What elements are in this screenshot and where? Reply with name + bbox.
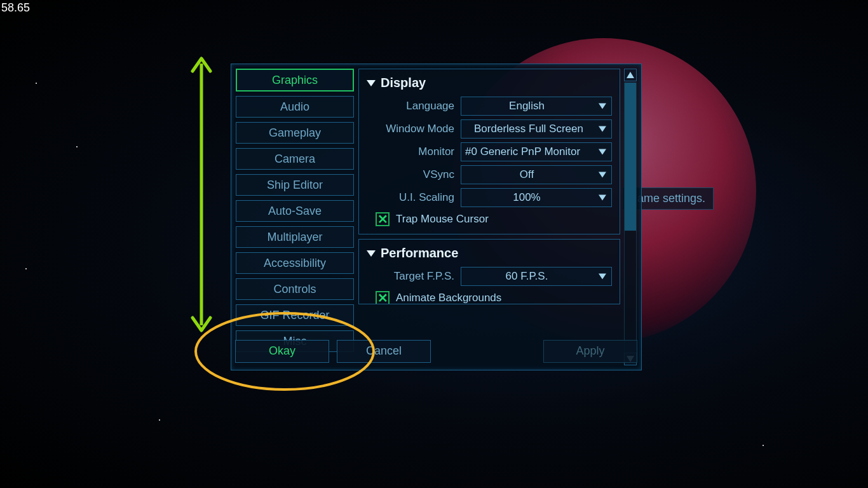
label-animate-bg: Animate Backgrounds [396,292,501,304]
checkbox-animate-bg[interactable]: ✕ [376,291,390,304]
section-display-title: Display [381,76,426,90]
triangle-down-icon [367,80,376,86]
section-display: Display Language English Window Mode Bor… [358,69,620,234]
row-language: Language English [367,97,612,116]
tab-gif-recorder[interactable]: GIF Recorder [236,304,354,326]
star [36,83,37,84]
select-ui-scaling[interactable]: 100% [461,188,612,207]
tab-ship-editor[interactable]: Ship Editor [236,174,354,196]
label-trap-mouse: Trap Mouse Cursor [396,213,489,226]
label-window-mode: Window Mode [367,123,461,135]
row-target-fps: Target F.P.S. 60 F.P.S. [367,267,612,286]
value-target-fps: 60 F.P.S. [506,270,548,283]
value-language: English [509,100,545,112]
tab-controls[interactable]: Controls [236,278,354,300]
triangle-down-icon [599,172,606,178]
tab-auto-save[interactable]: Auto-Save [236,200,354,222]
svg-marker-0 [627,72,634,78]
section-performance-title: Performance [381,246,458,261]
select-monitor[interactable]: #0 Generic PnP Monitor [461,142,612,161]
section-display-header[interactable]: Display [367,76,612,90]
tab-gameplay[interactable]: Gameplay [236,122,354,144]
value-monitor: #0 Generic PnP Monitor [465,146,580,158]
okay-button[interactable]: Okay [235,340,329,363]
triangle-down-icon [367,250,376,257]
select-target-fps[interactable]: 60 F.P.S. [461,267,612,286]
triangle-down-icon [599,149,606,155]
section-performance-header[interactable]: Performance [367,246,612,261]
star [159,419,160,421]
label-target-fps: Target F.P.S. [367,270,461,283]
tab-audio[interactable]: Audio [236,96,354,118]
dialog-button-bar: Okay Cancel Apply [235,336,637,366]
annotation-arrow [189,55,214,334]
value-window-mode: Borderless Full Screen [474,123,583,135]
row-window-mode: Window Mode Borderless Full Screen [367,119,612,139]
triangle-down-icon [599,195,606,201]
content-scrollbar[interactable] [624,69,637,365]
label-language: Language [367,100,461,112]
select-language[interactable]: English [461,97,612,116]
row-monitor: Monitor #0 Generic PnP Monitor [367,142,612,161]
checkbox-trap-mouse[interactable]: ✕ [376,212,390,226]
tab-multiplayer[interactable]: Multiplayer [236,226,354,248]
settings-content: Display Language English Window Mode Bor… [358,69,620,365]
row-animate-bg: ✕ Animate Backgrounds [367,291,612,304]
row-trap-mouse: ✕ Trap Mouse Cursor [367,212,612,226]
triangle-down-icon [599,126,606,132]
select-vsync[interactable]: Off [461,165,612,184]
label-monitor: Monitor [367,146,461,158]
fps-counter: 58.65 [1,1,30,15]
cancel-button[interactable]: Cancel [337,340,431,363]
scroll-thumb[interactable] [625,83,636,231]
label-vsync: VSync [367,168,461,181]
apply-button[interactable]: Apply [543,340,637,363]
section-performance: Performance Target F.P.S. 60 F.P.S. ✕ An… [358,239,620,304]
triangle-down-icon [599,104,606,109]
settings-sidebar: Graphics Audio Gameplay Camera Ship Edit… [236,69,354,365]
select-window-mode[interactable]: Borderless Full Screen [461,119,612,139]
star [763,445,764,446]
scroll-up-button[interactable] [624,69,637,81]
value-ui-scaling: 100% [513,191,540,204]
triangle-up-icon [627,72,634,78]
row-vsync: VSync Off [367,165,612,184]
star [25,268,27,269]
star [76,146,78,147]
value-vsync: Off [520,168,534,181]
label-ui-scaling: U.I. Scaling [367,191,461,204]
tab-camera[interactable]: Camera [236,148,354,170]
tab-accessibility[interactable]: Accessibility [236,252,354,274]
tab-graphics[interactable]: Graphics [236,69,354,92]
scroll-track[interactable] [624,83,637,351]
settings-content-wrap: Display Language English Window Mode Bor… [358,69,637,365]
triangle-down-icon [599,274,606,280]
row-ui-scaling: U.I. Scaling 100% [367,188,612,207]
settings-panel: Graphics Audio Gameplay Camera Ship Edit… [231,64,642,370]
